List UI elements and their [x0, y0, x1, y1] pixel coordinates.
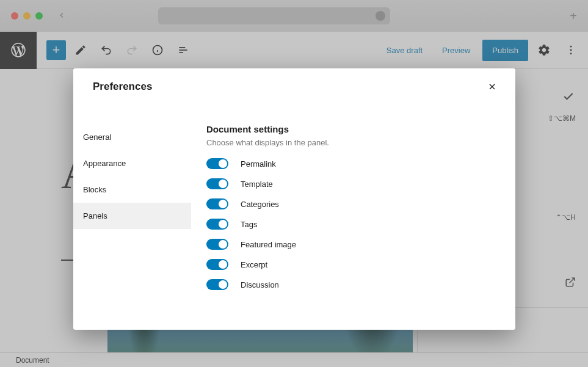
toggle-categories[interactable]: [206, 198, 228, 209]
toggle-row-tags: Tags: [206, 219, 501, 230]
toggle-row-featured-image: Featured image: [206, 239, 501, 250]
modal-body: General Appearance Blocks Panels Documen…: [73, 104, 515, 330]
toggle-row-categories: Categories: [206, 198, 501, 209]
toggle-label: Featured image: [241, 240, 296, 249]
tab-blocks[interactable]: Blocks: [73, 176, 191, 203]
toggle-discussion[interactable]: [206, 279, 228, 290]
tab-general[interactable]: General: [73, 124, 191, 150]
tab-panels[interactable]: Panels: [73, 203, 191, 229]
toggle-excerpt[interactable]: [206, 259, 228, 270]
section-subtitle: Choose what displays in the panel.: [206, 138, 501, 147]
close-modal-button[interactable]: [481, 76, 503, 98]
toggle-label: Tags: [241, 220, 257, 229]
modal-title: Preferences: [93, 81, 152, 93]
toggle-label: Excerpt: [241, 260, 267, 269]
toggle-permalink[interactable]: [206, 158, 228, 169]
section-title: Document settings: [206, 124, 501, 134]
modal-sidebar: General Appearance Blocks Panels: [73, 104, 191, 330]
toggle-label: Categories: [241, 200, 279, 209]
toggle-label: Permalink: [241, 159, 276, 169]
modal-header: Preferences: [73, 68, 515, 104]
toggle-row-excerpt: Excerpt: [206, 259, 501, 270]
toggle-featured-image[interactable]: [206, 239, 228, 250]
toggle-row-discussion: Discussion: [206, 279, 501, 290]
tab-appearance[interactable]: Appearance: [73, 150, 191, 176]
toggle-row-template: Template: [206, 178, 501, 189]
toggle-tags[interactable]: [206, 219, 228, 230]
modal-content: Document settings Choose what displays i…: [191, 104, 515, 330]
toggle-label: Template: [241, 180, 273, 189]
toggle-label: Discussion: [241, 280, 279, 289]
toggle-row-permalink: Permalink: [206, 158, 501, 169]
preferences-modal: Preferences General Appearance Blocks Pa…: [73, 68, 515, 330]
toggle-template[interactable]: [206, 178, 228, 189]
